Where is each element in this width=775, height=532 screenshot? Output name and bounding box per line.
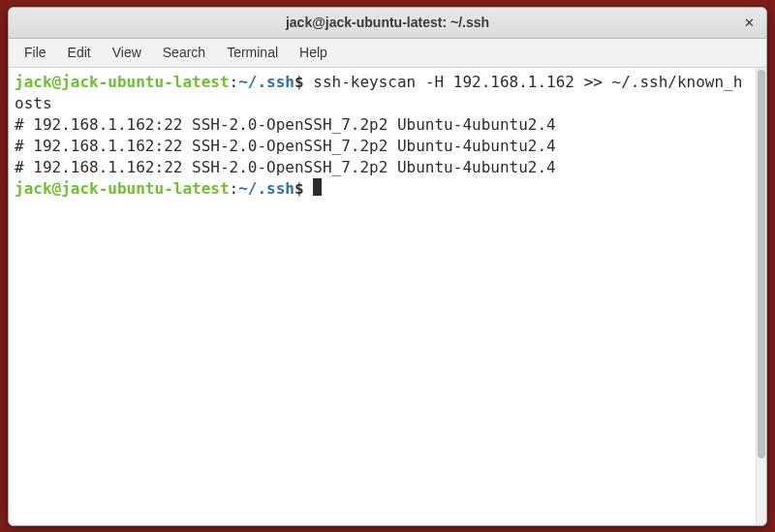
menu-terminal[interactable]: Terminal (217, 41, 288, 64)
output-line: # 192.168.1.162:22 SSH-2.0-OpenSSH_7.2p2… (15, 115, 556, 134)
terminal-output[interactable]: jack@jack-ubuntu-latest:~/.ssh$ ssh-keys… (9, 68, 756, 525)
output-line: # 192.168.1.162:22 SSH-2.0-OpenSSH_7.2p2… (15, 137, 556, 155)
menu-edit[interactable]: Edit (58, 41, 101, 64)
menu-view[interactable]: View (103, 41, 151, 64)
scrollbar[interactable] (756, 68, 766, 525)
window-title: jack@jack-ubuntu-latest: ~/.ssh (9, 15, 766, 30)
prompt-user: jack@jack-ubuntu-latest (15, 179, 230, 198)
close-icon[interactable]: ✕ (740, 15, 758, 32)
menu-search[interactable]: Search (153, 41, 215, 64)
prompt-path: ~/.ssh (238, 73, 294, 91)
prompt-sep: : (230, 73, 239, 91)
prompt-sep: : (230, 179, 239, 198)
cursor-icon (313, 178, 322, 196)
terminal-window: jack@jack-ubuntu-latest: ~/.ssh ✕ File E… (8, 7, 767, 526)
titlebar[interactable]: jack@jack-ubuntu-latest: ~/.ssh ✕ (9, 8, 766, 39)
scrollthumb[interactable] (758, 70, 765, 458)
prompt-path: ~/.ssh (238, 179, 294, 198)
menu-help[interactable]: Help (290, 41, 337, 64)
terminal-area: jack@jack-ubuntu-latest:~/.ssh$ ssh-keys… (9, 68, 766, 525)
prompt-symbol: $ (294, 73, 304, 91)
menubar: File Edit View Search Terminal Help (9, 39, 766, 68)
menu-file[interactable]: File (15, 41, 56, 64)
prompt-user: jack@jack-ubuntu-latest (15, 73, 230, 91)
output-line: # 192.168.1.162:22 SSH-2.0-OpenSSH_7.2p2… (15, 158, 556, 176)
prompt-symbol: $ (294, 179, 304, 198)
